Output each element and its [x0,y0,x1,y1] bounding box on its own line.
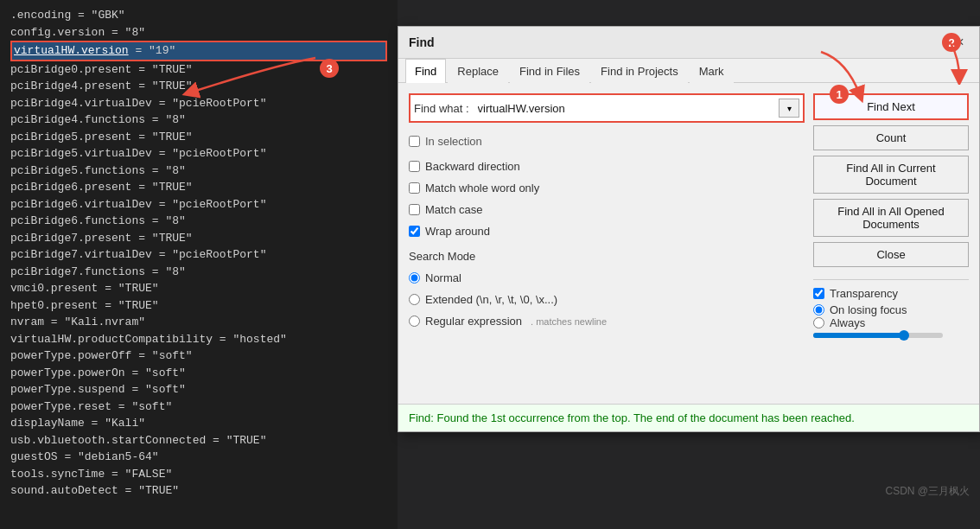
code-line: displayName = "Kali" [10,415,387,432]
wrap-around-row: Wrap around [409,225,805,238]
search-mode-label: Search Mode [409,250,805,263]
code-line: powerType.powerOff = "soft" [10,347,387,365]
code-line: pciBridge0.present = "TRUE" [10,61,387,79]
transparency-section: Transparency On losing focus Always [813,279,969,341]
match-case-label: Match case [425,203,482,216]
close-button[interactable]: × [951,34,969,51]
find-what-row: Find what : ▾ [409,93,805,123]
code-line: tools.syncTime = "FALSE" [10,466,387,483]
transparency-label: Transparency [830,287,898,300]
backward-label: Backward direction [425,160,520,173]
code-line: vmci0.present = "TRUE" [10,280,387,297]
in-selection-row: In selection [409,131,805,151]
matches-newline-hint: . matches newline [531,316,607,327]
code-line: powerType.powerOn = "soft" [10,365,387,382]
code-line: pciBridge6.functions = "8" [10,213,387,230]
code-line: pciBridge7.functions = "8" [10,264,387,281]
dialog-title: Find [409,35,435,49]
on-losing-focus-label: On losing focus [830,303,907,316]
slider-track [813,333,943,338]
find-next-button[interactable]: Find Next [813,93,969,120]
watermark: CSDN @三月枫火 [885,484,970,499]
regex-radio[interactable] [409,315,420,327]
wrap-around-checkbox[interactable] [409,226,420,237]
code-line: guestOS = "debian5-64" [10,449,387,466]
regex-label: Regular expression [425,315,522,328]
on-losing-focus-row: On losing focus [813,303,969,316]
slider-thumb [899,330,909,341]
dropdown-arrow[interactable]: ▾ [779,99,799,118]
transparency-slider-container[interactable] [813,329,969,341]
code-line: usb.vbluetooth.startConnected = "TRUE" [10,432,387,449]
dialog-right: Find Next Count Find All in Current Docu… [813,93,969,393]
code-line: pciBridge5.present = "TRUE" [10,129,387,146]
whole-word-row: Match whole word only [409,182,805,194]
tab-find-in-files[interactable]: Find in Files [510,59,589,83]
always-radio[interactable] [813,317,824,328]
tab-replace[interactable]: Replace [448,59,508,83]
code-line: pciBridge4.virtualDev = "pcieRootPort" [10,95,387,112]
dialog-tabs: Find Replace Find in Files Find in Proje… [398,59,979,83]
code-line: pciBridge7.virtualDev = "pcieRootPort" [10,246,387,264]
code-line-highlighted: virtualHW.version = "19" [10,41,387,61]
code-line: powerType.reset = "soft" [10,398,387,416]
regex-mode-row: Regular expression . matches newline [409,315,805,328]
extended-label: Extended (\n, \r, \t, \0, \x...) [425,293,557,306]
tab-find[interactable]: Find [405,59,446,83]
match-case-checkbox[interactable] [409,204,420,215]
code-line: virtualHW.productCompatibility = "hosted… [10,331,387,348]
find-what-label: Find what : [414,102,469,115]
tab-find-in-projects[interactable]: Find in Projects [591,59,688,83]
code-line: pciBridge5.functions = "8" [10,163,387,180]
in-selection-label: In selection [425,135,482,148]
find-dialog: Find × Find Replace Find in Files Find i… [398,26,980,432]
wrap-around-label: Wrap around [425,225,490,238]
code-line: hpet0.present = "TRUE" [10,297,387,315]
transparency-row: Transparency [813,287,969,300]
extended-mode-row: Extended (\n, \r, \t, \0, \x...) [409,293,805,306]
find-what-input[interactable] [474,100,773,117]
code-line: pciBridge7.present = "TRUE" [10,230,387,247]
backward-direction-row: Backward direction [409,160,805,173]
transparency-checkbox[interactable] [813,288,824,299]
code-line: config.version = "8" [10,24,387,41]
match-case-row: Match case [409,203,805,216]
dialog-left: Find what : ▾ In selection Backward dire… [409,93,805,393]
in-selection-checkbox[interactable] [409,136,420,147]
dialog-body: Find what : ▾ In selection Backward dire… [398,83,979,404]
find-all-current-button[interactable]: Find All in Current Document [813,156,969,194]
whole-word-checkbox[interactable] [409,182,420,194]
find-status: Find: Found the 1st occurrence from the … [398,404,979,431]
code-line: nvram = "Kali.nvram" [10,314,387,331]
tab-mark[interactable]: Mark [690,59,734,83]
extended-radio[interactable] [409,294,420,305]
normal-label: Normal [425,271,461,284]
normal-mode-row: Normal [409,271,805,284]
always-label: Always [830,316,865,329]
code-line: pciBridge4.functions = "8" [10,112,387,129]
normal-radio[interactable] [409,272,420,284]
always-row: Always [813,316,969,329]
code-line: .encoding = "GBK" [10,7,387,24]
close-dialog-button[interactable]: Close [813,242,969,267]
count-button[interactable]: Count [813,125,969,150]
dialog-titlebar: Find × [398,27,979,59]
code-line: pciBridge6.present = "TRUE" [10,179,387,196]
code-line: pciBridge4.present = "TRUE" [10,78,387,95]
on-losing-focus-radio[interactable] [813,304,824,315]
backward-checkbox[interactable] [409,161,420,172]
code-line: powerType.suspend = "soft" [10,381,387,398]
whole-word-label: Match whole word only [425,182,539,194]
find-all-opened-button[interactable]: Find All in All Opened Documents [813,199,969,237]
code-line: sound.autoDetect = "TRUE" [10,482,387,500]
slider-fill [813,333,904,338]
code-line: pciBridge6.virtualDev = "pcieRootPort" [10,196,387,214]
code-editor[interactable]: .encoding = "GBK" config.version = "8" v… [0,0,398,529]
code-line: pciBridge5.virtualDev = "pcieRootPort" [10,145,387,163]
